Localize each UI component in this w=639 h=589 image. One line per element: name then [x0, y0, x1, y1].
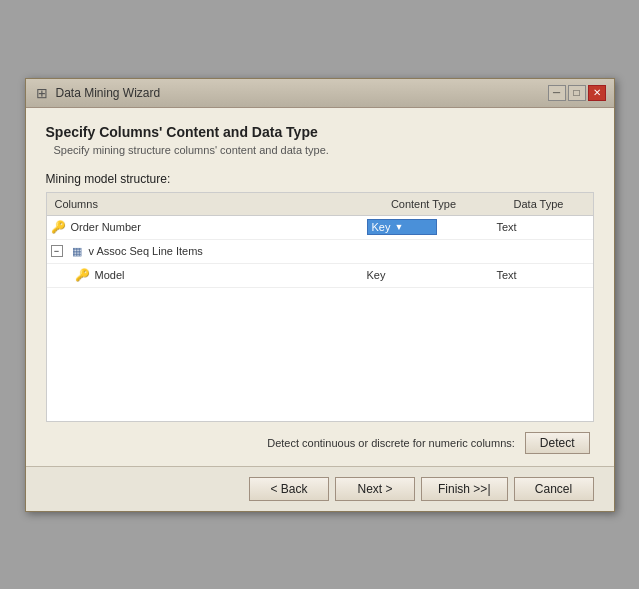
model-data-type: Text — [493, 267, 593, 283]
order-number-data-type: Text — [493, 219, 593, 235]
table-row: 🔑 Order Number Key ▼ Text — [47, 216, 593, 240]
section-label: Mining model structure: — [46, 172, 594, 186]
collapse-button[interactable]: − — [51, 245, 63, 257]
back-button[interactable]: < Back — [249, 477, 329, 501]
footer: < Back Next > Finish >>| Cancel — [26, 466, 614, 511]
page-title: Specify Columns' Content and Data Type — [46, 124, 594, 140]
order-number-content-type[interactable]: Key ▼ — [363, 217, 493, 237]
table-row: − ▦ v Assoc Seq Line Items — [47, 240, 593, 264]
chevron-down-icon: ▼ — [394, 222, 403, 232]
finish-label: Finish >>| — [438, 482, 490, 496]
assoc-seq-data-type — [493, 249, 593, 253]
key-dropdown[interactable]: Key ▼ — [367, 219, 437, 235]
assoc-seq-cell: − ▦ v Assoc Seq Line Items — [47, 241, 363, 261]
maximize-button[interactable]: □ — [568, 85, 586, 101]
cancel-label: Cancel — [535, 482, 572, 496]
key-icon: 🔑 — [75, 267, 91, 283]
table-icon: ▦ — [69, 243, 85, 259]
close-button[interactable]: ✕ — [588, 85, 606, 101]
detect-label: Detect continuous or discrete for numeri… — [267, 437, 515, 449]
model-cell: 🔑 Model — [47, 265, 363, 285]
model-label: Model — [95, 269, 125, 281]
assoc-seq-label: v Assoc Seq Line Items — [89, 245, 203, 257]
key-icon: 🔑 — [51, 219, 67, 235]
assoc-seq-content-type — [363, 249, 493, 253]
page-subtitle: Specify mining structure columns' conten… — [54, 144, 594, 156]
window-title: Data Mining Wizard — [56, 86, 161, 100]
table-header: Columns Content Type Data Type — [47, 193, 593, 216]
back-label: < Back — [271, 482, 308, 496]
next-label: Next > — [358, 482, 393, 496]
content-type-header: Content Type — [359, 196, 489, 212]
detect-button[interactable]: Detect — [525, 432, 590, 454]
main-window: ⊞ Data Mining Wizard ─ □ ✕ Specify Colum… — [25, 78, 615, 512]
finish-button[interactable]: Finish >>| — [421, 477, 507, 501]
detect-section: Detect continuous or discrete for numeri… — [46, 432, 594, 454]
content-area: Specify Columns' Content and Data Type S… — [26, 108, 614, 466]
model-content-type: Key — [363, 267, 493, 283]
columns-header: Columns — [51, 196, 359, 212]
title-bar: ⊞ Data Mining Wizard ─ □ ✕ — [26, 79, 614, 108]
data-type-header: Data Type — [489, 196, 589, 212]
minimize-button[interactable]: ─ — [548, 85, 566, 101]
order-number-label: Order Number — [71, 221, 141, 233]
title-bar-left: ⊞ Data Mining Wizard — [34, 85, 161, 101]
order-number-cell: 🔑 Order Number — [47, 217, 363, 237]
next-button[interactable]: Next > — [335, 477, 415, 501]
mining-structure-table: Columns Content Type Data Type 🔑 Order N… — [46, 192, 594, 422]
cancel-button[interactable]: Cancel — [514, 477, 594, 501]
table-row: 🔑 Model Key Text — [47, 264, 593, 288]
title-bar-controls: ─ □ ✕ — [548, 85, 606, 101]
window-icon: ⊞ — [34, 85, 50, 101]
